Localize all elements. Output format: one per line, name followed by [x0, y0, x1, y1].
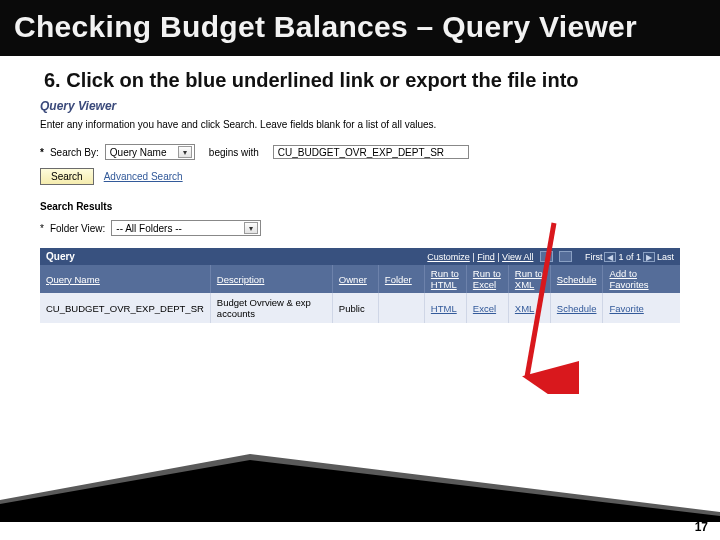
chevron-down-icon: ▾ — [244, 222, 258, 234]
cell-folder — [378, 293, 424, 323]
next-page-icon[interactable]: ▶ — [643, 252, 655, 262]
col-run-excel[interactable]: Run to Excel — [466, 265, 508, 293]
schedule-link[interactable]: Schedule — [557, 303, 597, 314]
cell-description: Budget Ovrview & exp accounts — [210, 293, 332, 323]
col-schedule[interactable]: Schedule — [550, 265, 603, 293]
page-number: 17 — [695, 520, 708, 534]
search-button-row: Search Advanced Search — [40, 168, 680, 185]
col-run-xml[interactable]: Run to XML — [508, 265, 550, 293]
search-by-row: * Search By: Query Name ▾ begins with CU… — [40, 144, 680, 160]
search-by-label: Search By: — [50, 147, 99, 158]
last-label: Last — [657, 252, 674, 262]
slide-title: Checking Budget Balances – Query Viewer — [0, 0, 720, 56]
search-text-input[interactable]: CU_BUDGET_OVR_EXP_DEPT_SR — [273, 145, 469, 159]
slide: Checking Budget Balances – Query Viewer … — [0, 0, 720, 540]
cell-owner: Public — [332, 293, 378, 323]
advanced-search-link[interactable]: Advanced Search — [104, 171, 183, 182]
col-description[interactable]: Description — [210, 265, 332, 293]
run-html-link[interactable]: HTML — [431, 303, 457, 314]
download-icon[interactable] — [559, 251, 572, 262]
required-star: * — [40, 147, 44, 158]
grid-viewall-link[interactable]: View All — [502, 252, 533, 262]
cell-query-name: CU_BUDGET_OVR_EXP_DEPT_SR — [40, 293, 210, 323]
query-viewer-heading: Query Viewer — [40, 99, 680, 113]
col-owner[interactable]: Owner — [332, 265, 378, 293]
run-xml-link[interactable]: XML — [515, 303, 535, 314]
folder-view-select[interactable]: -- All Folders -- ▾ — [111, 220, 261, 236]
required-star: * — [40, 223, 44, 234]
chevron-down-icon: ▾ — [178, 146, 192, 158]
col-query-name[interactable]: Query Name — [40, 265, 210, 293]
col-add-favorites[interactable]: Add to Favorites — [603, 265, 680, 293]
begins-with-label: begins with — [209, 147, 259, 158]
grid-header-row: Query Name Description Owner Folder Run … — [40, 265, 680, 293]
grid-find-link[interactable]: Find — [477, 252, 495, 262]
folder-view-row: * Folder View: -- All Folders -- ▾ — [40, 220, 680, 236]
page-count: 1 of 1 — [618, 252, 641, 262]
grid-customize-link[interactable]: Customize — [427, 252, 470, 262]
search-button[interactable]: Search — [40, 168, 94, 185]
results-grid: Query Customize | Find | View All First … — [40, 248, 680, 323]
grid-toolbar: Query Customize | Find | View All First … — [40, 248, 680, 265]
zoom-icon[interactable] — [540, 251, 553, 262]
search-by-value: Query Name — [110, 147, 167, 158]
table-row: CU_BUDGET_OVR_EXP_DEPT_SR Budget Ovrview… — [40, 293, 680, 323]
search-results-heading: Search Results — [40, 201, 680, 212]
first-label: First — [585, 252, 603, 262]
col-run-html[interactable]: Run to HTML — [424, 265, 466, 293]
svg-marker-2 — [0, 460, 720, 522]
decorative-wedge — [0, 454, 720, 522]
svg-marker-1 — [0, 454, 720, 522]
grid-title: Query — [46, 251, 75, 262]
step-instruction: 6. Click on the blue underlined link or … — [0, 56, 720, 93]
prev-page-icon[interactable]: ◀ — [604, 252, 616, 262]
folder-view-label: Folder View: — [50, 223, 105, 234]
query-viewer-instruction: Enter any information you have and click… — [40, 119, 680, 130]
favorite-link[interactable]: Favorite — [609, 303, 643, 314]
col-folder[interactable]: Folder — [378, 265, 424, 293]
run-excel-link[interactable]: Excel — [473, 303, 496, 314]
grid-paginator: First ◀ 1 of 1 ▶ Last — [585, 252, 674, 262]
query-viewer-panel: Query Viewer Enter any information you h… — [40, 99, 680, 323]
folder-view-value: -- All Folders -- — [116, 223, 182, 234]
search-by-select[interactable]: Query Name ▾ — [105, 144, 195, 160]
